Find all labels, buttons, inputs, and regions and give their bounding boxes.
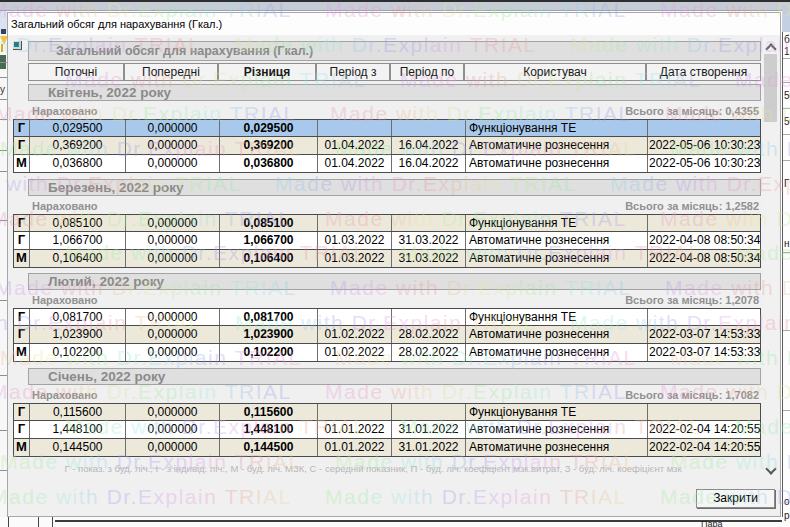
cell-type[interactable]: М xyxy=(14,155,29,172)
cell-previous[interactable]: 0,000000 xyxy=(125,344,219,361)
cell-current[interactable]: 0,106400 xyxy=(29,250,125,267)
cell-period_from[interactable] xyxy=(317,215,391,231)
cell-difference[interactable]: 0,081700 xyxy=(219,309,317,325)
cell-current[interactable]: 0,085100 xyxy=(29,215,125,231)
cell-created[interactable]: 2022-03-07 14:53:33 xyxy=(647,326,762,343)
cell-current[interactable]: 0,081700 xyxy=(29,309,125,325)
table-row[interactable]: Г1,0239000,0000001,02390001.02.202228.02… xyxy=(13,326,761,344)
cell-period_to[interactable]: 31.01.2022 xyxy=(391,421,465,438)
cell-type[interactable]: Г xyxy=(14,120,29,136)
cell-user[interactable]: Автоматичне рознесення xyxy=(465,232,647,249)
cell-current[interactable]: 0,115600 xyxy=(29,404,125,420)
column-header[interactable]: Поточні xyxy=(28,63,124,81)
cell-type[interactable]: Г xyxy=(14,232,29,249)
close-button[interactable]: Закрити xyxy=(696,489,775,508)
cell-period_from[interactable]: 01.04.2022 xyxy=(317,137,391,154)
cell-created[interactable]: 2022-04-08 08:50:34 xyxy=(647,250,762,267)
cell-current[interactable]: 0,036800 xyxy=(29,155,125,172)
cell-period_from[interactable] xyxy=(317,309,391,325)
table-row[interactable]: Г0,0851000,0000000,085100Функціонування … xyxy=(13,214,761,232)
column-header[interactable]: Різниця xyxy=(218,63,316,81)
cell-type[interactable]: М xyxy=(14,439,29,456)
cell-previous[interactable]: 0,000000 xyxy=(125,309,219,325)
cell-type[interactable]: Г xyxy=(14,215,29,231)
cell-period_to[interactable] xyxy=(391,404,465,420)
cell-current[interactable]: 0,369200 xyxy=(29,137,125,154)
cell-previous[interactable]: 0,000000 xyxy=(125,215,219,231)
cell-difference[interactable]: 0,085100 xyxy=(219,215,317,231)
cell-period_to[interactable]: 16.04.2022 xyxy=(391,155,465,172)
month-group-bar[interactable]: Березень, 2022 року xyxy=(28,179,761,196)
column-header[interactable]: Дата створення xyxy=(646,63,761,81)
cell-period_to[interactable]: 31.03.2022 xyxy=(391,250,465,267)
cell-previous[interactable]: 0,000000 xyxy=(125,439,219,456)
table-row[interactable]: Г1,4481000,0000001,44810001.01.202231.01… xyxy=(13,421,761,439)
cell-period_to[interactable]: 31.03.2022 xyxy=(391,232,465,249)
cell-user[interactable]: Функціонування ТЕ xyxy=(465,404,647,420)
table-row[interactable]: Г1,0667000,0000001,06670001.03.202231.03… xyxy=(13,232,761,250)
dialog-titlebar[interactable]: Загальний обсяг для нарахування (Гкал.) xyxy=(8,13,780,35)
table-row[interactable]: Г0,0817000,0000000,081700Функціонування … xyxy=(13,308,761,326)
cell-period_to[interactable]: 31.01.2022 xyxy=(391,439,465,456)
month-group-bar[interactable]: Січень, 2022 року xyxy=(28,368,761,385)
cell-difference[interactable]: 0,036800 xyxy=(219,155,317,172)
cell-period_from[interactable] xyxy=(317,404,391,420)
cell-period_to[interactable] xyxy=(391,120,465,136)
cell-type[interactable]: Г xyxy=(14,421,29,438)
cell-difference[interactable]: 0,115600 xyxy=(219,404,317,420)
cell-created[interactable]: 2022-05-06 10:30:23 xyxy=(647,155,762,172)
cell-user[interactable]: Автоматичне рознесення xyxy=(465,250,647,267)
cell-type[interactable]: Г xyxy=(14,326,29,343)
cell-period_from[interactable]: 01.04.2022 xyxy=(317,155,391,172)
cell-previous[interactable]: 0,000000 xyxy=(125,137,219,154)
table-row[interactable]: М0,1022000,0000000,10220001.02.202228.02… xyxy=(13,344,761,362)
cell-difference[interactable]: 0,106400 xyxy=(219,250,317,267)
cell-difference[interactable]: 1,448100 xyxy=(219,421,317,438)
collapse-button[interactable] xyxy=(13,41,22,50)
cell-difference[interactable]: 0,144500 xyxy=(219,439,317,456)
cell-previous[interactable]: 0,000000 xyxy=(125,404,219,420)
cell-type[interactable]: Г xyxy=(14,404,29,420)
cell-difference[interactable]: 1,066700 xyxy=(219,232,317,249)
table-row[interactable]: Г0,3692000,0000000,36920001.04.202216.04… xyxy=(13,137,761,155)
cell-period_to[interactable]: 28.02.2022 xyxy=(391,326,465,343)
table-row[interactable]: М0,1445000,0000000,14450001.01.202231.01… xyxy=(13,439,761,457)
cell-user[interactable]: Функціонування ТЕ xyxy=(465,309,647,325)
cell-created[interactable] xyxy=(647,309,762,325)
cell-previous[interactable]: 0,000000 xyxy=(125,120,219,136)
cell-type[interactable]: Г xyxy=(14,137,29,154)
cell-period_to[interactable] xyxy=(391,215,465,231)
cell-difference[interactable]: 0,029500 xyxy=(219,120,317,136)
cell-user[interactable]: Автоматичне рознесення xyxy=(465,137,647,154)
scrollbar-thumb[interactable] xyxy=(764,54,777,122)
month-group-bar[interactable]: Квітень, 2022 року xyxy=(28,84,761,101)
cell-type[interactable]: Г xyxy=(14,309,29,325)
cell-created[interactable]: 2022-02-04 14:20:55 xyxy=(647,439,762,456)
cell-created[interactable]: 2022-04-08 08:50:34 xyxy=(647,232,762,249)
cell-current[interactable]: 1,448100 xyxy=(29,421,125,438)
cell-period_from[interactable]: 01.03.2022 xyxy=(317,250,391,267)
cell-current[interactable]: 1,066700 xyxy=(29,232,125,249)
month-group-bar[interactable]: Лютий, 2022 року xyxy=(28,273,761,290)
cell-period_from[interactable] xyxy=(317,120,391,136)
cell-period_from[interactable]: 01.02.2022 xyxy=(317,344,391,361)
cell-period_to[interactable]: 16.04.2022 xyxy=(391,137,465,154)
cell-created[interactable]: 2022-02-04 14:20:55 xyxy=(647,421,762,438)
cell-previous[interactable]: 0,000000 xyxy=(125,250,219,267)
cell-period_from[interactable]: 01.01.2022 xyxy=(317,439,391,456)
cell-current[interactable]: 0,102200 xyxy=(29,344,125,361)
cell-user[interactable]: Автоматичне рознесення xyxy=(465,344,647,361)
column-header[interactable]: Попередні xyxy=(124,63,218,81)
cell-difference[interactable]: 0,369200 xyxy=(219,137,317,154)
column-header[interactable]: Період по xyxy=(390,63,464,81)
cell-period_from[interactable]: 01.01.2022 xyxy=(317,421,391,438)
table-row[interactable]: М0,0368000,0000000,03680001.04.202216.04… xyxy=(13,155,761,173)
table-row[interactable]: М0,1064000,0000000,10640001.03.202231.03… xyxy=(13,250,761,268)
cell-difference[interactable]: 0,102200 xyxy=(219,344,317,361)
cell-period_from[interactable]: 01.02.2022 xyxy=(317,326,391,343)
cell-created[interactable] xyxy=(647,404,762,420)
cell-period_from[interactable]: 01.03.2022 xyxy=(317,232,391,249)
cell-previous[interactable]: 0,000000 xyxy=(125,326,219,343)
table-row[interactable]: Г0,0295000,0000000,029500Функціонування … xyxy=(13,119,761,137)
column-header[interactable]: Період з xyxy=(316,63,390,81)
